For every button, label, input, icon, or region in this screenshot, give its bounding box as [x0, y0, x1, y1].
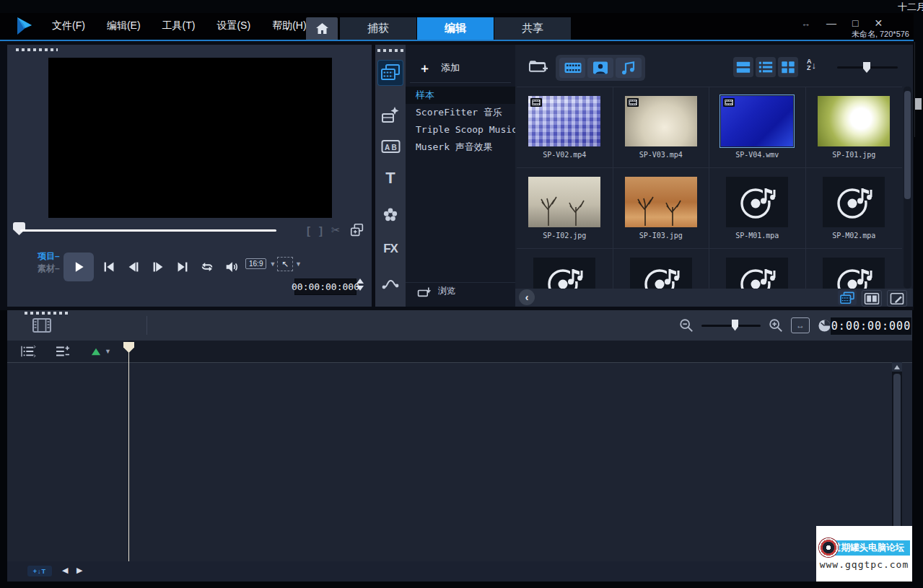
- view-panel-button[interactable]: [733, 57, 753, 77]
- storyboard-view-button[interactable]: [31, 315, 53, 335]
- go-start-button[interactable]: [100, 258, 118, 276]
- tab-share[interactable]: 共享: [494, 17, 571, 40]
- fit-project-button[interactable]: ↔: [791, 317, 810, 333]
- timecode-spinner[interactable]: [356, 278, 364, 291]
- preview-panel: []✂ 项目– 素材– 16:9 ▼ ↖ ▼ 00:00:00:000: [7, 45, 372, 307]
- window-resize-icon[interactable]: ↔: [801, 18, 810, 29]
- maximize-button[interactable]: □: [852, 17, 858, 29]
- filter-photo-button[interactable]: [587, 58, 613, 78]
- volume-button[interactable]: [222, 258, 241, 276]
- ripple-marker-button[interactable]: ▼: [89, 346, 111, 356]
- media-item-partial-8[interactable]: [517, 249, 613, 289]
- aspect-ratio-control[interactable]: 16:9 ▼: [245, 258, 276, 269]
- mark-in-button[interactable]: [: [307, 224, 310, 237]
- category-item-1[interactable]: ScoreFitter 音乐: [406, 104, 515, 121]
- media-item-SP-V04.wmv[interactable]: SP-V04.wmv: [709, 87, 806, 168]
- media-item-SP-I02.jpg[interactable]: SP-I02.jpg: [517, 168, 613, 249]
- panel-drag-handle[interactable]: [377, 49, 403, 52]
- import-media-button[interactable]: [528, 57, 548, 74]
- dual-panel-view-button[interactable]: [862, 290, 882, 307]
- zoom-in-button[interactable]: [768, 317, 784, 333]
- library-scrollbar[interactable]: [904, 87, 911, 289]
- spinner-up-icon[interactable]: [356, 278, 364, 284]
- scrollbar-up-button[interactable]: [892, 362, 902, 372]
- libnav-media-library[interactable]: [378, 61, 403, 85]
- libnav-titles[interactable]: T: [378, 166, 403, 190]
- track-manager-button[interactable]: [20, 345, 36, 358]
- collapse-panel-button[interactable]: ‹: [519, 289, 535, 305]
- menu-item-0[interactable]: 文件(F): [52, 19, 85, 32]
- category-item-2[interactable]: Triple Scoop Music: [406, 121, 515, 139]
- slider-thumb[interactable]: [863, 62, 870, 73]
- add-folder-button[interactable]: ＋ 添加: [406, 56, 515, 79]
- media-item-partial-11[interactable]: [806, 249, 903, 289]
- split-clip-button[interactable]: ✂: [331, 224, 341, 237]
- view-grid-button[interactable]: [778, 57, 798, 77]
- menu-item-2[interactable]: 工具(T): [162, 19, 196, 32]
- media-item-SP-I01.jpg[interactable]: SP-I01.jpg: [806, 87, 903, 168]
- media-item-SP-V02.mp4[interactable]: SP-V02.mp4: [517, 87, 613, 168]
- add-remove-track-button[interactable]: [55, 345, 71, 358]
- media-item-SP-M01.mpa[interactable]: SP-M01.mpa: [709, 168, 806, 249]
- sort-az-button[interactable]: AZ ↓: [807, 58, 816, 71]
- enlarge-preview-button[interactable]: [349, 222, 365, 238]
- scroll-right-button[interactable]: ▶: [76, 566, 82, 575]
- prev-frame-button[interactable]: [124, 258, 143, 276]
- media-item-partial-9[interactable]: [613, 249, 710, 289]
- next-frame-button[interactable]: [149, 258, 167, 276]
- media-item-SP-V03.mp4[interactable]: SP-V03.mp4: [613, 87, 710, 168]
- tab-home[interactable]: [306, 17, 338, 40]
- libnav-motion-paths[interactable]: [378, 270, 403, 294]
- menu-item-4[interactable]: 帮助(H): [272, 19, 306, 32]
- libnav-transitions[interactable]: AB: [378, 134, 403, 159]
- mode-clip-label[interactable]: 素材–: [38, 263, 60, 275]
- scrollbar-thumb[interactable]: [904, 91, 911, 199]
- media-item-partial-10[interactable]: [709, 249, 806, 289]
- media-item-SP-I03.jpg[interactable]: SP-I03.jpg: [613, 168, 710, 249]
- audio-thumbnail: [533, 258, 595, 289]
- category-item-3[interactable]: Muserk 声音效果: [406, 139, 515, 156]
- mark-out-button[interactable]: ]: [319, 224, 323, 237]
- filter-audio-button[interactable]: [616, 58, 642, 78]
- watermark-url: www.gqgtpc.com: [816, 559, 912, 570]
- zoom-out-button[interactable]: [678, 317, 694, 333]
- mode-project-label[interactable]: 项目–: [38, 250, 60, 263]
- scroll-left-button[interactable]: ◀: [62, 566, 68, 575]
- libnav-filters[interactable]: FX: [378, 237, 403, 261]
- slider-thumb[interactable]: [732, 320, 738, 331]
- media-item-SP-M02.mpa[interactable]: SP-M02.mpa: [806, 168, 903, 249]
- minimize-button[interactable]: —: [826, 17, 836, 29]
- panel-drag-handle[interactable]: [16, 48, 58, 51]
- tab-capture[interactable]: 捕获: [340, 17, 416, 40]
- libnav-instant-project[interactable]: [378, 102, 403, 127]
- edit-panel-view-button[interactable]: [887, 290, 907, 307]
- browse-button[interactable]: 浏览: [406, 282, 515, 299]
- tab-edit[interactable]: 编辑: [417, 17, 494, 40]
- filter-video-button[interactable]: [559, 58, 585, 78]
- menu-item-1[interactable]: 编辑(E): [107, 19, 141, 32]
- play-button[interactable]: [64, 253, 94, 281]
- timeline-timecode[interactable]: 0:00:00:000: [830, 317, 912, 335]
- selection-tool-control[interactable]: ↖ ▼: [277, 257, 302, 271]
- preview-timecode[interactable]: 00:00:00:000: [294, 278, 356, 295]
- go-end-button[interactable]: [173, 258, 192, 276]
- timeline-zoom-slider[interactable]: [701, 325, 761, 327]
- panel-drag-handle[interactable]: [25, 312, 68, 315]
- libnav-graphics[interactable]: [378, 203, 403, 227]
- swap-track-button[interactable]: +↓T: [27, 566, 52, 576]
- scrollbar-thumb[interactable]: [893, 374, 901, 548]
- repeat-button[interactable]: [198, 258, 216, 276]
- scrubber-track[interactable]: [20, 229, 276, 232]
- menu-item-3[interactable]: 设置(S): [216, 19, 250, 32]
- library-panel-view-button[interactable]: [838, 290, 857, 305]
- titlebar: 文件(F)编辑(E)工具(T)设置(S)帮助(H) 捕获编辑共享 ↔ — □ ✕…: [0, 13, 914, 40]
- thumbnail-size-slider[interactable]: [837, 66, 898, 69]
- view-list-button[interactable]: [756, 57, 776, 77]
- close-button[interactable]: ✕: [874, 17, 883, 29]
- spinner-down-icon[interactable]: [356, 286, 364, 291]
- scrubber-handle[interactable]: [13, 222, 25, 235]
- watermark-logo-icon: [818, 537, 839, 558]
- timeline-ruler[interactable]: ▼: [7, 341, 912, 363]
- category-item-0[interactable]: 样本: [406, 87, 515, 104]
- timeline-zoom-controls: ↔: [678, 310, 832, 341]
